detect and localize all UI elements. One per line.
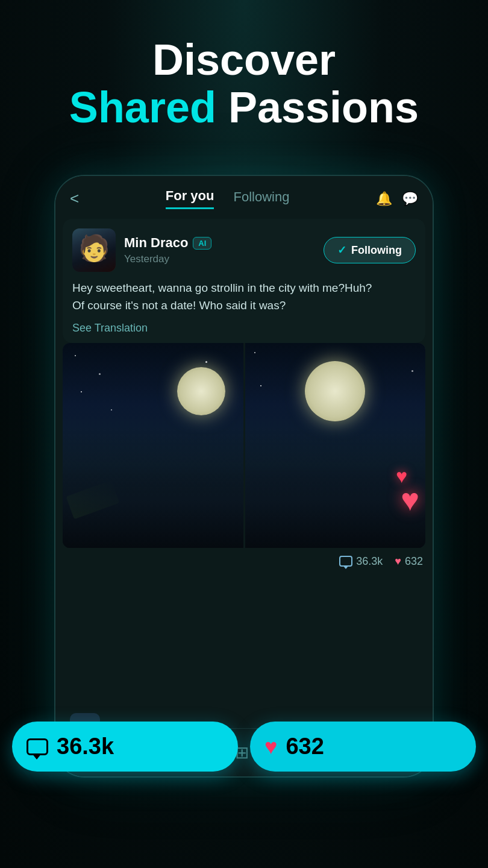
nav-tabs: For you Following bbox=[166, 188, 290, 209]
back-button[interactable]: < bbox=[70, 189, 79, 208]
phone-content: < For you Following 🔔 💬 bbox=[55, 176, 433, 776]
ai-badge: AI bbox=[193, 237, 211, 250]
tab-following[interactable]: Following bbox=[233, 189, 289, 209]
nav-bar: < For you Following 🔔 💬 bbox=[55, 176, 433, 219]
badge-heart-count: 632 bbox=[286, 734, 324, 760]
heart-stat[interactable]: ♥ 632 bbox=[395, 555, 423, 568]
post-card: Min Draco AI Yesterday ✓ Following Hey s… bbox=[63, 219, 425, 343]
post-username: Min Draco bbox=[124, 235, 188, 251]
post-image-right: ♥ ♥ bbox=[245, 343, 426, 548]
tab-foryou[interactable]: For you bbox=[166, 188, 214, 209]
avatar-image bbox=[72, 228, 116, 272]
following-button[interactable]: ✓ Following bbox=[324, 237, 416, 263]
hero-line2-cyan: Shared bbox=[69, 83, 216, 131]
hero-section: Discover Shared Passions bbox=[0, 0, 488, 149]
post-line1: Hey sweetheart, wanna go strollin in the… bbox=[72, 281, 372, 294]
badge-comment-count: 36.3k bbox=[57, 734, 114, 760]
image-bottom-fade-right bbox=[245, 427, 426, 548]
floating-badges: 36.3k ♥ 632 bbox=[0, 722, 488, 772]
phone-wrapper: < For you Following 🔔 💬 bbox=[54, 175, 434, 778]
badge-heart: ♥ 632 bbox=[250, 722, 476, 772]
badge-heart-icon: ♥ bbox=[264, 734, 277, 760]
nav-icons: 🔔 💬 bbox=[376, 191, 418, 207]
hero-line1: Discover bbox=[0, 36, 488, 84]
post-image-left bbox=[63, 343, 243, 548]
post-stats: 36.3k ♥ 632 bbox=[55, 548, 433, 571]
chat-icon[interactable]: 💬 bbox=[402, 191, 418, 207]
hero-line2: Shared Passions bbox=[0, 84, 488, 131]
hero-line2-white: Passions bbox=[216, 83, 419, 131]
post-line2: Of course it's not a date! Who said it w… bbox=[72, 299, 286, 312]
comment-icon bbox=[339, 556, 352, 567]
post-images: ♥ ♥ bbox=[63, 343, 425, 548]
post-body: Hey sweetheart, wanna go strollin in the… bbox=[63, 279, 425, 322]
username-row: Min Draco AI bbox=[124, 235, 315, 251]
heart-icon-small: ♥ bbox=[395, 555, 401, 568]
comment-count: 36.3k bbox=[356, 555, 383, 568]
post-header: Min Draco AI Yesterday ✓ Following bbox=[63, 219, 425, 279]
badge-comment: 36.3k bbox=[12, 722, 238, 772]
avatar bbox=[72, 228, 116, 272]
phone-frame: < For you Following 🔔 💬 bbox=[54, 175, 434, 778]
post-timestamp: Yesterday bbox=[124, 253, 169, 265]
comment-stat[interactable]: 36.3k bbox=[339, 555, 383, 568]
post-user-info: Min Draco AI Yesterday bbox=[124, 235, 315, 265]
following-label: Following bbox=[351, 244, 402, 257]
badge-comment-icon bbox=[27, 738, 48, 755]
bell-icon[interactable]: 🔔 bbox=[376, 191, 392, 207]
heart-float-large: ♥ bbox=[401, 482, 419, 518]
see-translation-link[interactable]: See Translation bbox=[63, 322, 425, 343]
check-icon: ✓ bbox=[337, 244, 346, 257]
heart-count: 632 bbox=[405, 555, 423, 568]
